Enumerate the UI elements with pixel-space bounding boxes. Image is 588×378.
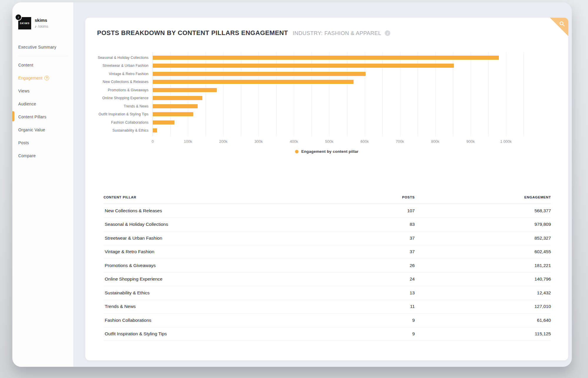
chart-row-new-collections-releases: New Collections & Releases (153, 78, 524, 86)
cell-content-pillar: Trends & News (104, 304, 374, 309)
chart-row-promotions-giveaways: Promotions & Giveaways (153, 86, 524, 94)
sidebar-item-engagement[interactable]: Engagement? (18, 72, 69, 84)
sidebar-item-label: Executive Summary (18, 45, 56, 49)
main-card: POSTS BREAKDOWN BY CONTENT PILLARS ENGAG… (85, 18, 568, 360)
x-tick-label: 0 (151, 139, 154, 144)
chart-row-outfit-inspiration-styling-tips: Outfit Inspiration & Styling Tips (153, 110, 524, 119)
legend-dot-icon (295, 150, 299, 153)
cell-posts: 24 (374, 276, 415, 282)
bar-new-collections-releases (153, 80, 354, 84)
x-tick-label: 700k (396, 139, 404, 144)
chart-row-fashion-collaborations: Fashion Collaborations (153, 118, 524, 127)
app-window: SKIMS ♪ skims ♪ /skims Executive Summary… (12, 2, 572, 367)
sidebar-item-content[interactable]: Content (18, 59, 69, 72)
brand-text: skims ♪ /skims (35, 17, 48, 29)
cell-engagement: 61,640 (415, 318, 551, 323)
sidebar-item-label: Content Pillars (18, 115, 46, 119)
table-row-sustainability-ethics: Sustainability & Ethics1312,432 (104, 286, 551, 300)
chart-category-label: Online Shopping Experience (102, 96, 149, 100)
table-row-trends-news: Trends & News11127,010 (104, 300, 551, 314)
page-title: POSTS BREAKDOWN BY CONTENT PILLARS ENGAG… (97, 29, 288, 37)
x-tick-label: 600k (360, 139, 369, 144)
brand: SKIMS ♪ skims ♪ /skims (18, 17, 69, 29)
cell-engagement: 140,796 (415, 276, 551, 282)
column-header-content-pillar: Content pillar (104, 195, 374, 199)
table-row-vintage-retro-fashion: Vintage & Retro Fashion37602,455 (104, 245, 551, 259)
table-body: New Collections & Releases107568,377Seas… (104, 204, 551, 341)
cell-engagement: 568,377 (415, 208, 551, 213)
x-tick-label: 300k (254, 139, 263, 144)
sidebar-item-content-pillars[interactable]: Content Pillars (18, 110, 69, 123)
sidebar-item-label: Views (18, 89, 30, 93)
cell-content-pillar: Outfit Inspiration & Styling Tips (104, 331, 374, 336)
bar-trends-news (153, 104, 198, 108)
bar-online-shopping-experience (153, 96, 202, 100)
cell-content-pillar: Sustainability & Ethics (104, 290, 374, 296)
sidebar-item-label: Compare (18, 153, 36, 158)
table-row-fashion-collaborations: Fashion Collaborations961,640 (104, 314, 551, 327)
chart-row-sustainability-ethics: Sustainability & Ethics (153, 127, 524, 135)
sidebar-item-label: Posts (18, 140, 29, 145)
table-row-outfit-inspiration-styling-tips: Outfit Inspiration & Styling Tips9115,12… (104, 327, 551, 341)
sidebar-item-organic-value[interactable]: Organic Value (18, 123, 69, 136)
chart-plot-area: Seasonal & Holiday CollectionsStreetwear… (153, 52, 524, 136)
bar-fashion-collaborations (153, 120, 174, 125)
sidebar-item-label: Engagement (18, 76, 42, 80)
help-icon[interactable]: ? (44, 76, 49, 80)
cell-posts: 9 (374, 318, 415, 323)
pillar-table: Content pillarPostsEngagement New Collec… (104, 195, 551, 341)
x-tick-label: 500k (325, 139, 333, 144)
industry-subtitle: INDUSTRY: FASHION & APPAREL (293, 30, 381, 37)
cell-posts: 107 (374, 208, 415, 213)
sidebar-item-label: Audience (18, 102, 36, 106)
chart-category-label: New Collections & Releases (103, 80, 149, 84)
sidebar-item-label: Content (18, 63, 33, 67)
engagement-bar-chart: Seasonal & Holiday CollectionsStreetwear… (85, 52, 568, 154)
chart-legend[interactable]: Engagement by content pillar (85, 149, 568, 154)
report-header: POSTS BREAKDOWN BY CONTENT PILLARS ENGAG… (97, 29, 557, 37)
chart-row-online-shopping-experience: Online Shopping Experience (153, 94, 524, 102)
cell-content-pillar: New Collections & Releases (104, 208, 374, 213)
table-row-seasonal-holiday-collections: Seasonal & Holiday Collections83979,809 (104, 218, 551, 232)
bar-sustainability-ethics (153, 128, 157, 132)
skims-logo-text: SKIMS (20, 22, 30, 25)
cell-posts: 9 (374, 331, 415, 336)
chart-category-label: Seasonal & Holiday Collections (98, 56, 149, 60)
chart-x-axis: 0100k200k300k400k500k600k700k800k900k1 0… (153, 138, 524, 145)
sidebar: SKIMS ♪ skims ♪ /skims Executive Summary… (12, 2, 73, 367)
sidebar-item-executive-summary[interactable]: Executive Summary (18, 41, 69, 54)
sidebar-item-label: Organic Value (18, 127, 45, 132)
chart-category-label: Trends & News (124, 104, 149, 108)
sidebar-item-posts[interactable]: Posts (18, 136, 69, 149)
cell-content-pillar: Online Shopping Experience (104, 276, 374, 282)
cell-engagement: 127,010 (415, 304, 551, 309)
chart-row-streetwear-urban-fashion: Streetwear & Urban Fashion (153, 62, 524, 70)
menu-divider (18, 56, 68, 56)
bar-vintage-retro-fashion (153, 72, 366, 76)
bar-streetwear-urban-fashion (153, 64, 454, 68)
cell-engagement: 852,327 (415, 236, 551, 241)
chart-category-label: Promotions & Giveaways (108, 88, 149, 92)
legend-label: Engagement by content pillar (301, 149, 359, 154)
cell-posts: 37 (374, 249, 415, 254)
chart-category-label: Sustainability & Ethics (112, 128, 149, 132)
chart-row-trends-news: Trends & News (153, 102, 524, 110)
info-icon[interactable]: i (385, 30, 390, 36)
tiktok-icon: ♪ (35, 24, 37, 29)
active-item-indicator (12, 111, 14, 121)
table-row-promotions-giveaways: Promotions & Giveaways26181,221 (104, 259, 551, 273)
brand-name: skims (35, 18, 48, 23)
cell-content-pillar: Fashion Collaborations (104, 318, 374, 323)
gridline (524, 52, 524, 136)
search-corner-button[interactable] (550, 18, 568, 36)
sidebar-item-compare[interactable]: Compare (18, 149, 69, 162)
sidebar-item-audience[interactable]: Audience (18, 97, 69, 110)
cell-engagement: 181,221 (415, 263, 551, 268)
x-tick-label: 800k (431, 139, 439, 144)
sidebar-item-views[interactable]: Views (18, 84, 69, 97)
cell-posts: 13 (374, 290, 415, 296)
chart-category-label: Vintage & Retro Fashion (109, 72, 149, 76)
sidebar-menu: Executive SummaryContentEngagement?Views… (18, 41, 69, 162)
bar-outfit-inspiration-styling-tips (153, 112, 193, 116)
cell-engagement: 115,125 (415, 331, 551, 336)
